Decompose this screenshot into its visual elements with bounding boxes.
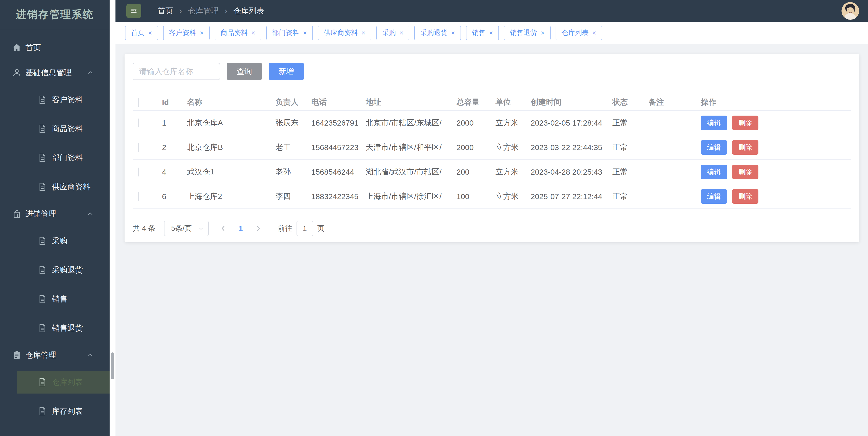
sidebar-item-warehouse-list[interactable]: 仓库列表 xyxy=(17,371,110,394)
tab-suppliers[interactable]: 供应商资料× xyxy=(318,26,371,40)
tab-warehouse-list[interactable]: 仓库列表× xyxy=(556,26,602,40)
edit-button[interactable]: 编辑 xyxy=(701,116,727,130)
sidebar-item-sales-return[interactable]: 销售退货 xyxy=(0,314,110,343)
cell-phone: 1568546244 xyxy=(306,168,360,176)
cell-capacity: 100 xyxy=(451,192,490,201)
sidebar-item-label: 基础信息管理 xyxy=(25,67,72,78)
sidebar-scrollbar-thumb[interactable] xyxy=(111,352,114,379)
tab-products[interactable]: 商品资料× xyxy=(215,26,261,40)
goto-page-unit: 页 xyxy=(317,224,324,233)
sidebar-item-purchase[interactable]: 采购 xyxy=(0,226,110,256)
sidebar-item-stock-list[interactable]: 库存列表 xyxy=(0,397,110,426)
cell-id: 1 xyxy=(157,119,182,127)
delete-button[interactable]: 删除 xyxy=(732,189,758,204)
cell-created_at: 2025-07-27 22:12:44 xyxy=(525,192,607,201)
breadcrumb-item-2: 仓库列表 xyxy=(233,6,264,16)
delete-button[interactable]: 删除 xyxy=(732,165,758,179)
sidebar-item-basic-info-group[interactable]: 基础信息管理 xyxy=(0,60,110,85)
cell-capacity: 200 xyxy=(451,168,490,176)
page-number-current[interactable]: 1 xyxy=(239,224,243,233)
tab-sales-return[interactable]: 销售退货× xyxy=(504,26,551,40)
chevron-right-icon: › xyxy=(179,7,182,15)
avatar[interactable] xyxy=(841,2,859,20)
cell-id: 6 xyxy=(157,192,182,201)
prev-page-button[interactable] xyxy=(219,224,228,233)
close-icon[interactable]: × xyxy=(200,30,204,36)
cell-status: 正常 xyxy=(607,142,643,153)
doc-icon xyxy=(37,153,48,163)
breadcrumb-item-0[interactable]: 首页 xyxy=(158,6,173,16)
header-checkbox-cell xyxy=(133,98,157,107)
row-actions-cell: 编辑删除 xyxy=(695,189,851,204)
select-all-checkbox[interactable] xyxy=(138,98,139,107)
close-icon[interactable]: × xyxy=(303,30,307,36)
query-button[interactable]: 查询 xyxy=(227,63,262,80)
delete-button[interactable]: 删除 xyxy=(732,140,758,155)
tab-customers[interactable]: 客户资料× xyxy=(163,26,210,40)
close-icon[interactable]: × xyxy=(251,30,255,36)
sidebar-item-label: 部门资料 xyxy=(52,153,83,163)
delete-button[interactable]: 删除 xyxy=(732,116,758,130)
table-header-row: Id名称负责人电话地址总容量单位创建时间状态备注操作 xyxy=(133,94,851,111)
collapse-sidebar-button[interactable] xyxy=(126,4,141,18)
tab-label: 采购退货 xyxy=(420,28,447,37)
warehouse-name-input[interactable] xyxy=(133,63,220,80)
sidebar-item-label: 仓库列表 xyxy=(52,377,83,387)
tab-purchase[interactable]: 采购× xyxy=(376,26,409,40)
tab-home[interactable]: 首页× xyxy=(125,26,158,40)
close-icon[interactable]: × xyxy=(540,30,545,36)
edit-button[interactable]: 编辑 xyxy=(701,140,727,155)
next-page-button[interactable] xyxy=(254,224,263,233)
tab-sales[interactable]: 销售× xyxy=(466,26,499,40)
cell-created_at: 2023-03-22 22:44:35 xyxy=(525,143,607,152)
sidebar-item-products[interactable]: 商品资料 xyxy=(0,114,110,143)
doc-icon xyxy=(37,406,48,416)
goto-page-input[interactable] xyxy=(297,221,313,236)
row-checkbox-cell xyxy=(133,119,157,127)
row-checkbox[interactable] xyxy=(138,119,139,127)
sidebar: 进销存管理系统 首页基础信息管理客户资料商品资料部门资料供应商资料进销管理采购采… xyxy=(0,0,116,436)
sidebar-item-suppliers[interactable]: 供应商资料 xyxy=(0,172,110,201)
edit-button[interactable]: 编辑 xyxy=(701,189,727,204)
close-icon[interactable]: × xyxy=(489,30,493,36)
sidebar-item-warehouse-group[interactable]: 仓库管理 xyxy=(0,343,110,368)
sidebar-scrollbar-track[interactable] xyxy=(110,0,116,436)
sidebar-item-sales[interactable]: 销售 xyxy=(0,285,110,314)
goto-label: 前往 xyxy=(278,224,292,233)
row-checkbox[interactable] xyxy=(138,168,139,176)
collapse-menu-icon xyxy=(130,7,138,15)
sidebar-item-customers[interactable]: 客户资料 xyxy=(0,85,110,114)
column-header-created_at: 创建时间 xyxy=(525,97,607,108)
sidebar-item-departments[interactable]: 部门资料 xyxy=(0,143,110,172)
column-header-ops: 操作 xyxy=(695,97,851,108)
close-icon[interactable]: × xyxy=(362,30,366,36)
user-icon xyxy=(12,68,22,78)
close-icon[interactable]: × xyxy=(592,30,596,36)
tab-label: 销售退货 xyxy=(510,28,537,37)
close-icon[interactable]: × xyxy=(451,30,455,36)
row-checkbox[interactable] xyxy=(138,143,139,152)
edit-button[interactable]: 编辑 xyxy=(701,165,727,179)
cell-id: 4 xyxy=(157,168,182,176)
cell-manager: 老孙 xyxy=(270,167,306,177)
bag-icon xyxy=(12,209,22,219)
close-icon[interactable]: × xyxy=(400,30,404,36)
column-header-name: 名称 xyxy=(182,97,270,108)
doc-icon xyxy=(37,323,48,333)
row-actions-cell: 编辑删除 xyxy=(695,116,851,130)
sidebar-item-purchase-return[interactable]: 采购退货 xyxy=(0,256,110,285)
add-button[interactable]: 新增 xyxy=(269,63,304,80)
tab-purchase-return[interactable]: 采购退货× xyxy=(414,26,461,40)
sidebar-item-purchase-sale-group[interactable]: 进销管理 xyxy=(0,201,110,226)
cell-name: 北京仓库A xyxy=(182,118,270,128)
page-size-select[interactable]: 5条/页 xyxy=(164,221,209,236)
close-icon[interactable]: × xyxy=(148,30,152,36)
column-header-status: 状态 xyxy=(607,97,643,108)
clipboard-icon xyxy=(12,350,22,360)
cell-unit: 立方米 xyxy=(490,191,525,202)
row-checkbox[interactable] xyxy=(138,192,139,201)
tab-departments[interactable]: 部门资料× xyxy=(266,26,313,40)
sidebar-item-home[interactable]: 首页 xyxy=(0,35,110,60)
cell-phone: 18832422345 xyxy=(306,192,360,201)
sidebar-item-label: 商品资料 xyxy=(52,123,83,134)
